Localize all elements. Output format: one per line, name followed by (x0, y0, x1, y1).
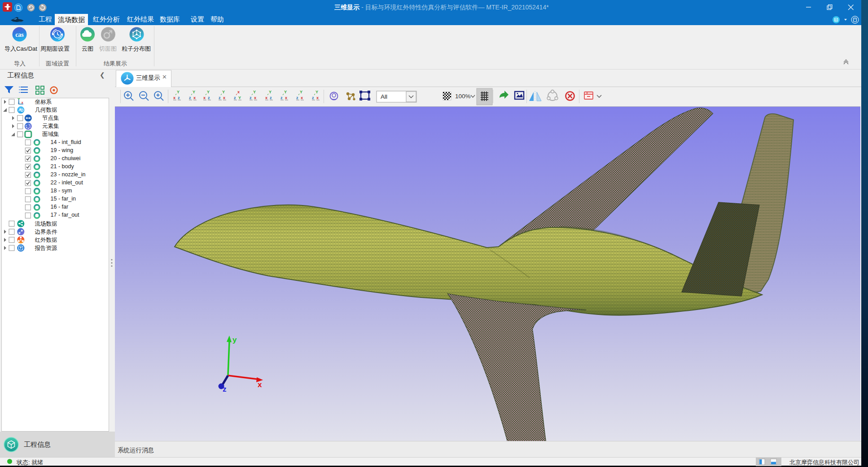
svg-text:z: z (189, 96, 191, 100)
svg-text:z: z (219, 96, 221, 100)
svg-text:z: z (281, 96, 283, 100)
svg-text:Y: Y (238, 96, 241, 100)
svg-text:z: z (270, 96, 272, 100)
svg-text:Y: Y (193, 90, 195, 94)
svg-text:x: x (223, 96, 225, 100)
svg-text:All: All (381, 93, 387, 100)
svg-text:Y: Y (269, 90, 272, 94)
svg-text:x: x (254, 96, 256, 100)
svg-text:x: x (173, 96, 175, 100)
svg-text:Y: Y (300, 90, 302, 94)
svg-text:Y: Y (284, 90, 287, 94)
svg-text:x: x (265, 96, 267, 100)
svg-text:x: x (193, 96, 196, 100)
svg-text:x: x (203, 96, 206, 100)
svg-text:Y: Y (316, 90, 318, 94)
svg-text:z: z (296, 96, 298, 100)
svg-text:z: z (178, 96, 180, 100)
svg-text:x: x (22, 101, 23, 104)
svg-text:z: z (234, 96, 236, 100)
svg-text:x: x (301, 96, 303, 100)
svg-text:Y: Y (222, 90, 225, 94)
svg-text:x: x (237, 90, 240, 94)
svg-text:z: z (223, 385, 227, 393)
svg-text:x: x (258, 380, 262, 389)
svg-text:z: z (208, 96, 210, 100)
svg-text:Y: Y (207, 90, 210, 94)
svg-text:Y: Y (253, 90, 256, 94)
svg-text:z: z (312, 96, 314, 100)
svg-text:y: y (232, 336, 237, 344)
svg-text:z: z (250, 96, 252, 100)
svg-text:Y: Y (177, 90, 180, 94)
svg-text:100%: 100% (455, 93, 471, 100)
svg-text:x: x (285, 96, 287, 100)
svg-text:cas: cas (15, 31, 24, 38)
svg-text:x: x (316, 96, 319, 100)
svg-text:z: z (18, 101, 20, 104)
